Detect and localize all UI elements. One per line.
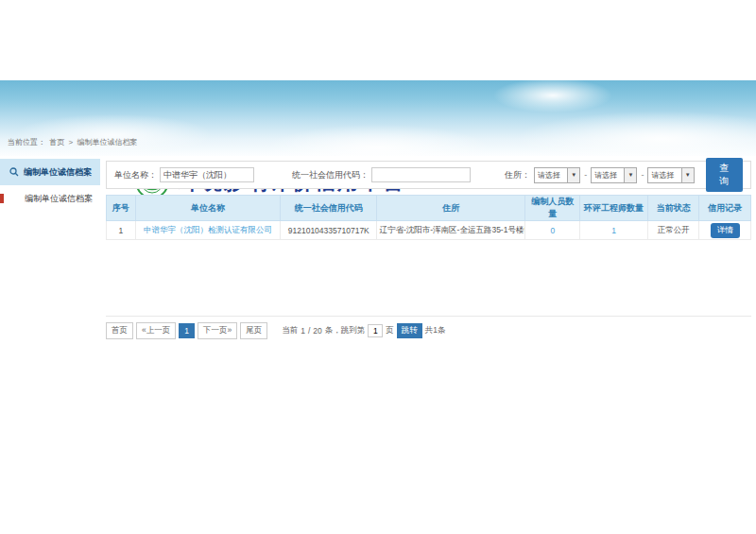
col-index: 序号	[107, 196, 136, 221]
unit-name-link[interactable]: 中谱华宇（沈阳）检测认证有限公司	[144, 225, 272, 234]
search-icon	[9, 167, 19, 177]
breadcrumb-label: 当前位置：	[8, 138, 45, 146]
staff-count-link[interactable]: 0	[550, 226, 555, 235]
address-label: 住所：	[505, 169, 530, 181]
select-separator: -	[641, 170, 644, 180]
pagination-slash: /	[308, 326, 310, 336]
red-marker-icon	[0, 194, 4, 203]
unit-name-label: 单位名称：	[114, 169, 157, 181]
chevron-down-icon: ▼	[681, 168, 694, 182]
col-credit-record: 信用记录	[699, 196, 751, 221]
district-select[interactable]: 请选择 ▼	[647, 167, 694, 183]
col-unit-name: 单位名称	[135, 196, 280, 221]
district-select-value: 请选择	[651, 170, 674, 181]
unit-name-input[interactable]	[160, 167, 254, 182]
credit-code-input[interactable]	[371, 167, 471, 182]
city-select-value: 请选择	[594, 170, 617, 181]
main-content: 单位名称： 统一社会信用代码： 住所： 请选择 ▼ - 请选择 ▼ - 请选择 …	[106, 161, 751, 339]
select-separator: -	[584, 170, 587, 180]
cell-address: 辽宁省-沈阳市-浑南区-全运五路35-1号楼902	[377, 221, 525, 240]
detail-button[interactable]: 详情	[711, 223, 740, 238]
table-header-row: 序号 单位名称 统一社会信用代码 住所 编制人员数量 环评工程师数量 当前状态 …	[107, 196, 751, 221]
pagination: 首页 «上一页 1 下一页» 尾页 当前 1 / 20 条，跳到第 页 跳转 共…	[106, 316, 751, 339]
engineer-count-link[interactable]: 1	[611, 226, 616, 235]
current-page-button[interactable]: 1	[179, 323, 195, 338]
pagination-page-unit: 页	[386, 325, 394, 336]
city-select[interactable]: 请选择 ▼	[591, 167, 637, 183]
col-address: 住所	[377, 196, 525, 221]
pagination-info-prefix: 当前	[282, 325, 298, 336]
chevron-down-icon: ▼	[567, 168, 579, 182]
sidebar: 编制单位诚信档案 编制单位诚信档案	[0, 159, 100, 212]
chevron-down-icon: ▼	[624, 168, 636, 182]
first-page-button[interactable]: 首页	[106, 322, 133, 339]
col-engineer-count: 环评工程师数量	[580, 196, 648, 221]
prev-page-button[interactable]: «上一页	[136, 322, 176, 339]
search-form: 单位名称： 统一社会信用代码： 住所： 请选择 ▼ - 请选择 ▼ - 请选择 …	[106, 161, 751, 189]
pagination-per-page: 20	[313, 326, 321, 336]
query-button[interactable]: 查询	[706, 158, 743, 192]
breadcrumb: 当前位置： 首页 > 编制单位诚信档案	[8, 137, 139, 147]
credit-code-label: 统一社会信用代码：	[292, 169, 369, 181]
sidebar-item-label: 编制单位诚信档案	[25, 193, 93, 205]
table-row: 1 中谱华宇（沈阳）检测认证有限公司 91210104335710717K 辽宁…	[107, 221, 751, 240]
last-page-button[interactable]: 尾页	[240, 322, 267, 339]
sidebar-item-unit-credit-archive[interactable]: 编制单位诚信档案	[0, 185, 100, 212]
sidebar-item-label: 编制单位诚信档案	[24, 166, 92, 179]
cell-status: 正常公开	[647, 221, 699, 240]
pagination-info-middle: 条，跳到第	[325, 325, 366, 336]
breadcrumb-separator: >	[68, 138, 73, 146]
results-table: 序号 单位名称 统一社会信用代码 住所 编制人员数量 环评工程师数量 当前状态 …	[106, 195, 751, 240]
table-empty-area	[106, 240, 751, 316]
jump-button[interactable]: 跳转	[397, 323, 422, 338]
cell-credit-code: 91210104335710717K	[281, 221, 377, 240]
breadcrumb-current: 编制单位诚信档案	[77, 138, 137, 146]
pagination-current-num: 1	[301, 326, 305, 336]
breadcrumb-home-link[interactable]: 首页	[49, 138, 64, 146]
col-staff-count: 编制人员数量	[525, 196, 580, 221]
pagination-total: 共1条	[425, 325, 446, 336]
jump-page-input[interactable]	[368, 324, 383, 337]
col-credit-code: 统一社会信用代码	[281, 196, 377, 221]
province-select[interactable]: 请选择 ▼	[534, 167, 580, 183]
pagination-info: 当前 1 / 20 条，跳到第 页 跳转 共1条	[282, 323, 448, 338]
cell-index: 1	[107, 221, 136, 240]
next-page-button[interactable]: 下一页»	[198, 322, 237, 339]
province-select-value: 请选择	[538, 170, 560, 181]
col-status: 当前状态	[647, 196, 699, 221]
sidebar-item-unit-credit-archive-active[interactable]: 编制单位诚信档案	[0, 159, 100, 185]
page: 环境影响评价信用平台 当前位置： 首页 > 编制单位诚信档案 编制单位诚信档案 …	[0, 0, 756, 534]
